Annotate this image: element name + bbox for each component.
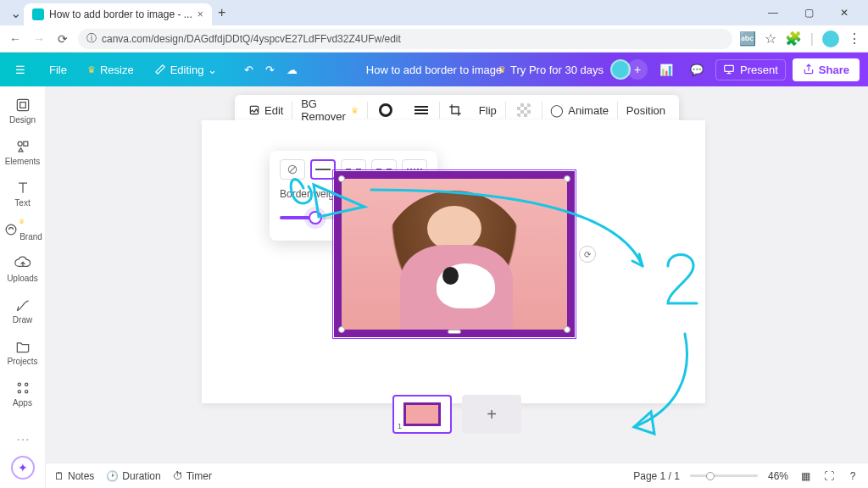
side-nav: Design Elements Text ♛Brand Uploads Draw… <box>0 86 46 488</box>
add-collaborator-icon[interactable]: + <box>627 59 648 80</box>
browser-tab-strip: ⌄ How to add border to image - ... × + —… <box>0 0 868 25</box>
sidebar-item-uploads[interactable]: Uploads <box>0 250 45 290</box>
try-pro-button[interactable]: ♛Try Pro for 30 days <box>498 64 604 76</box>
selection-outline <box>332 169 576 339</box>
timer-button[interactable]: ⏱Timer <box>173 470 212 482</box>
file-menu[interactable]: File <box>44 60 72 80</box>
svg-point-9 <box>25 391 27 393</box>
new-tab-button[interactable]: + <box>212 5 232 20</box>
minimize-icon[interactable]: — <box>761 7 785 19</box>
resize-handle-bottom[interactable] <box>448 330 461 334</box>
animate-icon: ◯ <box>550 103 564 117</box>
site-info-icon[interactable]: ⓘ <box>86 31 97 46</box>
add-page-button[interactable]: + <box>462 395 521 434</box>
browser-tab[interactable]: How to add border to image - ... × <box>24 3 212 25</box>
slider-thumb[interactable] <box>309 211 322 225</box>
resize-handle-tr[interactable] <box>564 175 570 182</box>
clock-icon: 🕑 <box>106 470 119 482</box>
svg-point-3 <box>18 141 22 146</box>
reload-icon[interactable]: ⟳ <box>54 32 71 46</box>
editing-mode-dropdown[interactable]: Editing⌄ <box>149 60 223 80</box>
share-button[interactable]: Share <box>793 58 860 81</box>
crown-icon: ♛ <box>19 218 25 225</box>
sidebar-item-projects[interactable]: Projects <box>0 333 45 373</box>
extensions-icon[interactable]: 🧩 <box>785 30 802 47</box>
svg-line-12 <box>290 167 296 173</box>
status-bar: 🗒Notes 🕑Duration ⏱Timer Page 1 / 1 46% ▦… <box>46 463 868 488</box>
cloud-sync-icon[interactable]: ☁ <box>287 64 298 76</box>
page-indicator[interactable]: Page 1 / 1 <box>633 470 680 482</box>
profile-avatar-icon[interactable] <box>822 30 839 47</box>
analytics-icon[interactable]: 📊 <box>654 58 678 81</box>
close-window-icon[interactable]: ✕ <box>832 7 856 19</box>
sidebar-item-draw[interactable]: Draw <box>0 291 45 331</box>
resize-handle-br[interactable] <box>564 326 570 333</box>
sidebar-item-elements[interactable]: Elements <box>0 133 45 173</box>
resize-handle-bl[interactable] <box>338 326 345 333</box>
canvas-area[interactable]: Edit BG Remover♛ Flip ◯Animate Position … <box>46 86 868 463</box>
forward-icon: → <box>31 32 47 46</box>
menu-icon[interactable]: ☰ <box>7 64 34 76</box>
svg-point-7 <box>25 383 27 385</box>
translate-icon[interactable]: 🔤 <box>739 30 756 47</box>
grid-view-icon[interactable]: ▦ <box>798 469 812 483</box>
sidebar-item-brand[interactable]: ♛Brand <box>0 216 45 248</box>
svg-rect-0 <box>725 65 734 71</box>
rotate-handle[interactable]: ⟳ <box>579 246 596 263</box>
crown-icon: ♛ <box>87 64 96 75</box>
fullscreen-icon[interactable]: ⛶ <box>822 469 836 483</box>
selected-image[interactable]: ⟳ <box>334 171 575 337</box>
canvas-page[interactable]: Border weight 35 ⟳ <box>202 120 705 403</box>
window-controls: — ▢ ✕ <box>761 7 861 19</box>
collaborators[interactable]: + <box>610 59 648 80</box>
resize-handle-tl[interactable] <box>338 175 345 182</box>
crown-icon: ♛ <box>351 106 359 115</box>
sidebar-item-text[interactable]: Text <box>0 175 45 214</box>
sidebar-item-apps[interactable]: Apps <box>0 374 45 414</box>
chevron-down-icon: ⌄ <box>208 64 217 76</box>
page-thumbnail-1[interactable]: 1 <box>392 395 452 434</box>
undo-icon[interactable]: ↶ <box>244 64 253 76</box>
page-thumbnails: 1 + <box>392 395 521 434</box>
svg-point-5 <box>6 225 16 235</box>
chrome-menu-icon[interactable]: ⋮ <box>848 30 861 47</box>
svg-point-8 <box>18 391 20 393</box>
url-text: canva.com/design/DAGdfdjDDtQ/4yspcvE27Ld… <box>102 33 401 45</box>
resize-button[interactable]: ♛Resize <box>82 60 139 80</box>
help-icon[interactable]: ? <box>846 469 860 483</box>
bookmark-icon[interactable]: ☆ <box>765 30 776 47</box>
address-bar: ← → ⟳ ⓘ canva.com/design/DAGdfdjDDtQ/4ys… <box>0 25 868 53</box>
maximize-icon[interactable]: ▢ <box>797 7 821 19</box>
svg-rect-2 <box>19 103 25 108</box>
magic-ai-button[interactable]: ✦ <box>11 456 35 480</box>
close-tab-icon[interactable]: × <box>198 8 203 20</box>
border-style-none[interactable] <box>280 159 305 180</box>
present-button[interactable]: Present <box>715 59 786 80</box>
tab-dropdown-icon[interactable]: ⌄ <box>7 4 24 21</box>
notes-button[interactable]: 🗒Notes <box>54 470 94 482</box>
url-input[interactable]: ⓘ canva.com/design/DAGdfdjDDtQ/4yspcvE27… <box>78 29 732 49</box>
canva-favicon-icon <box>32 8 44 20</box>
svg-rect-1 <box>17 99 28 110</box>
document-title[interactable]: How to add border to image <box>366 64 502 76</box>
back-icon[interactable]: ← <box>7 32 24 46</box>
comments-icon[interactable]: 💬 <box>685 58 709 81</box>
duration-button[interactable]: 🕑Duration <box>106 470 160 482</box>
zoom-value[interactable]: 46% <box>768 470 788 482</box>
collapse-rail-icon[interactable]: ⋯ <box>16 431 30 447</box>
sidebar-item-design[interactable]: Design <box>0 92 45 131</box>
zoom-slider[interactable] <box>690 474 758 477</box>
redo-icon[interactable]: ↷ <box>265 64 275 76</box>
notes-icon: 🗒 <box>54 470 64 482</box>
stopwatch-icon: ⏱ <box>173 470 183 482</box>
app-header: ☰ File ♛Resize Editing⌄ ↶ ↷ ☁ How to add… <box>0 53 868 86</box>
svg-rect-4 <box>23 141 27 146</box>
svg-point-6 <box>18 383 20 385</box>
tab-title: How to add border to image - ... <box>49 8 192 20</box>
